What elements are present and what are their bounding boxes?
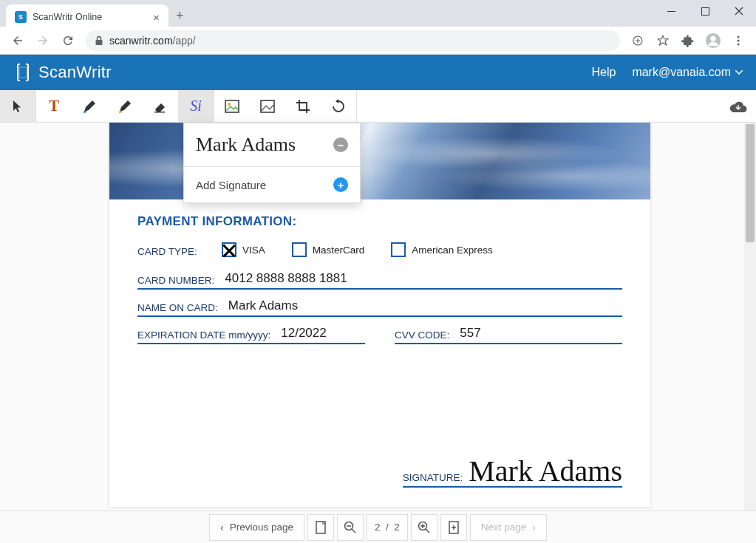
- svg-rect-0: [667, 11, 675, 12]
- insert-picture-tool-button[interactable]: [250, 90, 285, 122]
- zoom-out-button[interactable]: [337, 514, 364, 541]
- svg-rect-9: [19, 67, 27, 78]
- previous-page-button[interactable]: ‹ Previous page: [209, 514, 304, 541]
- page-thumbnail-button[interactable]: [307, 514, 334, 541]
- tab-close-button[interactable]: ×: [153, 11, 160, 24]
- user-menu[interactable]: mark@vanaia.com: [632, 66, 743, 79]
- signature-label: SIGNATURE:: [403, 472, 463, 486]
- pen-icon: [82, 99, 97, 114]
- favicon-icon: S: [15, 11, 27, 23]
- text-t-icon: T: [49, 97, 59, 115]
- window-maximize-button[interactable]: [688, 0, 722, 22]
- card-type-mastercard[interactable]: MasterCard: [292, 242, 365, 257]
- crop-icon: [296, 99, 310, 114]
- user-email: mark@vanaia.com: [632, 66, 731, 79]
- nav-back-button[interactable]: [6, 29, 30, 52]
- profile-avatar-icon[interactable]: [701, 29, 725, 52]
- checkbox-icon: [391, 242, 406, 257]
- window-minimize-button[interactable]: [654, 0, 688, 22]
- zoom-in-button[interactable]: [411, 514, 437, 541]
- card-number-row: CARD NUMBER: 4012 8888 8888 1881: [137, 271, 622, 290]
- expiration-row: EXPIRATION DATE mm/yyyy: 12/2022: [137, 326, 365, 344]
- signature-dropdown: Mark Adams − Add Signature +: [183, 123, 361, 203]
- chevron-down-icon: [735, 70, 743, 75]
- rotate-icon: [331, 99, 346, 114]
- checkbox-icon: [292, 242, 307, 257]
- page-current: 2: [375, 522, 381, 533]
- expiration-value: 12/2022: [281, 326, 326, 341]
- add-page-button[interactable]: [440, 514, 467, 541]
- add-signature-label: Add Signature: [196, 179, 266, 191]
- editor-toolbar: T Si: [0, 90, 756, 123]
- window-controls: [654, 0, 756, 22]
- checkbox-checked-icon: [222, 242, 236, 257]
- insert-image-tool-button[interactable]: [214, 90, 250, 122]
- pagination-bar: ‹ Previous page 2 / 2 Next page ›: [0, 510, 756, 543]
- signature-tool-button[interactable]: Si: [178, 90, 214, 122]
- browser-tab[interactable]: S ScanWritr Online ×: [6, 4, 168, 30]
- window-close-button[interactable]: [722, 0, 756, 22]
- svg-rect-2: [96, 40, 103, 45]
- nav-forward-button[interactable]: [31, 29, 55, 52]
- app-header: ScanWritr Help mark@vanaia.com: [0, 55, 756, 90]
- app-logo-icon: [13, 63, 33, 82]
- chevron-right-icon: ›: [532, 522, 536, 533]
- svg-rect-11: [225, 100, 239, 112]
- page-total: 2: [394, 522, 400, 533]
- marker-tool-button[interactable]: [107, 90, 143, 122]
- name-on-card-label: NAME ON CARD:: [137, 302, 218, 313]
- scrollbar-thumb[interactable]: [746, 124, 755, 242]
- signature-line: SIGNATURE: Mark Adams: [403, 457, 622, 488]
- browser-menu-icon[interactable]: [726, 29, 750, 52]
- card-number-label: CARD NUMBER:: [137, 275, 214, 286]
- name-on-card-value: Mark Adams: [228, 298, 298, 313]
- text-tool-button[interactable]: T: [36, 90, 72, 122]
- browser-address-bar: scanwritr.com/app/: [0, 27, 756, 55]
- cursor-icon: [12, 100, 24, 113]
- svg-point-5: [710, 35, 715, 41]
- rotate-tool-button[interactable]: [321, 90, 356, 122]
- page-indicator: 2 / 2: [367, 514, 408, 541]
- picture-icon: [260, 100, 275, 113]
- card-type-amex[interactable]: American Express: [391, 242, 493, 257]
- select-tool-button[interactable]: [0, 90, 35, 122]
- add-signature-item[interactable]: Add Signature +: [184, 166, 360, 202]
- zoom-out-icon: [344, 521, 357, 534]
- cvv-label: CVV CODE:: [395, 329, 449, 341]
- eraser-icon: [153, 100, 168, 113]
- cvv-row: CVV CODE: 557: [395, 326, 622, 344]
- document-canvas: PAYMENT INFORMATION: CARD TYPE: VISA Mas…: [0, 123, 756, 510]
- marker-icon: [118, 99, 132, 114]
- new-tab-button[interactable]: +: [176, 8, 184, 24]
- pen-tool-button[interactable]: [72, 90, 107, 122]
- url-text: scanwritr.com/app/: [109, 35, 196, 47]
- signature-item[interactable]: Mark Adams −: [184, 123, 360, 166]
- crop-tool-button[interactable]: [285, 90, 321, 122]
- signature-image: Mark Adams: [469, 457, 622, 486]
- chevron-left-icon: ‹: [220, 522, 224, 533]
- next-page-button[interactable]: Next page ›: [470, 514, 547, 541]
- remove-signature-button[interactable]: −: [333, 137, 348, 152]
- add-signature-button[interactable]: +: [333, 177, 348, 192]
- bookmark-star-icon[interactable]: [651, 29, 675, 52]
- zoom-badge-icon[interactable]: [626, 29, 650, 52]
- card-number-value: 4012 8888 8888 1881: [225, 271, 347, 286]
- section-title: PAYMENT INFORMATION:: [137, 214, 622, 229]
- eraser-tool-button[interactable]: [143, 90, 178, 122]
- card-type-visa[interactable]: VISA: [222, 242, 265, 257]
- svg-point-7: [738, 39, 740, 41]
- vertical-scrollbar[interactable]: [744, 123, 756, 510]
- signature-icon: Si: [190, 98, 202, 115]
- lock-icon: [95, 35, 103, 46]
- app-title: ScanWritr: [38, 63, 112, 82]
- help-link[interactable]: Help: [591, 66, 616, 79]
- export-cloud-button[interactable]: [721, 90, 756, 122]
- url-field[interactable]: scanwritr.com/app/: [86, 30, 620, 51]
- card-type-label: CARD TYPE:: [137, 246, 211, 257]
- nav-reload-button[interactable]: [56, 29, 80, 52]
- name-on-card-row: NAME ON CARD: Mark Adams: [137, 298, 622, 317]
- svg-rect-1: [701, 7, 709, 15]
- extensions-icon[interactable]: [676, 29, 700, 52]
- zoom-in-icon: [418, 521, 431, 534]
- tab-title: ScanWritr Online: [33, 12, 153, 22]
